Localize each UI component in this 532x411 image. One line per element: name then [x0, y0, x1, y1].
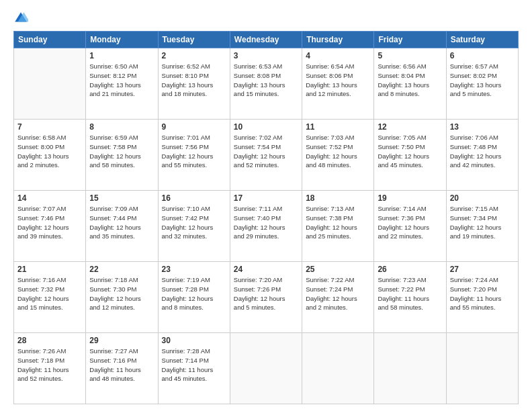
- calendar-cell: 23Sunrise: 7:19 AMSunset: 7:28 PMDayligh…: [158, 262, 230, 333]
- calendar-cell: 13Sunrise: 7:06 AMSunset: 7:48 PMDayligh…: [446, 120, 518, 191]
- calendar-cell: [374, 333, 446, 404]
- header: [13, 11, 519, 26]
- calendar-cell: 27Sunrise: 7:24 AMSunset: 7:20 PMDayligh…: [446, 262, 518, 333]
- calendar-cell: 24Sunrise: 7:20 AMSunset: 7:26 PMDayligh…: [230, 262, 302, 333]
- day-number: 22: [89, 265, 154, 274]
- day-info: Sunrise: 7:27 AMSunset: 7:16 PMDaylight:…: [89, 347, 154, 383]
- day-info: Sunrise: 7:06 AMSunset: 7:48 PMDaylight:…: [450, 133, 515, 170]
- calendar-day-header: Thursday: [302, 32, 374, 48]
- calendar-header-row: SundayMondayTuesdayWednesdayThursdayFrid…: [14, 32, 519, 48]
- day-info: Sunrise: 7:15 AMSunset: 7:34 PMDaylight:…: [450, 204, 515, 241]
- calendar-cell: 26Sunrise: 7:23 AMSunset: 7:22 PMDayligh…: [374, 262, 446, 333]
- day-number: 28: [17, 336, 82, 345]
- day-number: 25: [306, 265, 370, 274]
- calendar-cell: 30Sunrise: 7:28 AMSunset: 7:14 PMDayligh…: [158, 333, 230, 404]
- day-info: Sunrise: 7:03 AMSunset: 7:52 PMDaylight:…: [306, 133, 370, 170]
- day-info: Sunrise: 6:50 AMSunset: 8:12 PMDaylight:…: [89, 62, 154, 99]
- calendar-cell: 16Sunrise: 7:10 AMSunset: 7:42 PMDayligh…: [158, 191, 230, 262]
- day-info: Sunrise: 7:05 AMSunset: 7:50 PMDaylight:…: [378, 133, 442, 170]
- calendar-day-header: Sunday: [14, 32, 86, 48]
- logo: [13, 11, 31, 26]
- day-info: Sunrise: 7:26 AMSunset: 7:18 PMDaylight:…: [17, 347, 82, 383]
- day-info: Sunrise: 7:02 AMSunset: 7:54 PMDaylight:…: [234, 133, 298, 170]
- calendar-day-header: Friday: [374, 32, 446, 48]
- day-number: 15: [89, 193, 154, 203]
- calendar-cell: 15Sunrise: 7:09 AMSunset: 7:44 PMDayligh…: [86, 191, 158, 262]
- calendar-cell: 22Sunrise: 7:18 AMSunset: 7:30 PMDayligh…: [86, 262, 158, 333]
- day-number: 20: [450, 193, 515, 203]
- day-info: Sunrise: 6:59 AMSunset: 7:58 PMDaylight:…: [89, 133, 154, 170]
- day-number: 13: [450, 122, 515, 132]
- day-info: Sunrise: 7:14 AMSunset: 7:36 PMDaylight:…: [378, 204, 442, 241]
- day-info: Sunrise: 7:18 AMSunset: 7:30 PMDaylight:…: [89, 275, 154, 312]
- day-info: Sunrise: 7:09 AMSunset: 7:44 PMDaylight:…: [89, 204, 154, 241]
- calendar-week-row: 28Sunrise: 7:26 AMSunset: 7:18 PMDayligh…: [14, 333, 519, 404]
- calendar-cell: 29Sunrise: 7:27 AMSunset: 7:16 PMDayligh…: [86, 333, 158, 404]
- calendar-cell: [446, 333, 518, 404]
- day-number: 1: [89, 51, 154, 60]
- day-info: Sunrise: 6:57 AMSunset: 8:02 PMDaylight:…: [450, 62, 515, 99]
- day-number: 19: [378, 193, 442, 203]
- calendar-day-header: Wednesday: [230, 32, 302, 48]
- day-number: 9: [162, 122, 226, 132]
- day-info: Sunrise: 6:53 AMSunset: 8:08 PMDaylight:…: [234, 62, 298, 99]
- calendar-cell: [302, 333, 374, 404]
- calendar-cell: 20Sunrise: 7:15 AMSunset: 7:34 PMDayligh…: [446, 191, 518, 262]
- day-number: 18: [306, 193, 370, 203]
- day-number: 14: [17, 193, 82, 203]
- day-number: 16: [162, 193, 226, 203]
- calendar-cell: 14Sunrise: 7:07 AMSunset: 7:46 PMDayligh…: [14, 191, 86, 262]
- day-number: 27: [450, 265, 515, 274]
- calendar-day-header: Monday: [86, 32, 158, 48]
- day-info: Sunrise: 7:19 AMSunset: 7:28 PMDaylight:…: [162, 275, 226, 312]
- day-number: 4: [306, 51, 370, 60]
- day-info: Sunrise: 7:13 AMSunset: 7:38 PMDaylight:…: [306, 204, 370, 241]
- day-number: 5: [378, 51, 442, 60]
- calendar-cell: 3Sunrise: 6:53 AMSunset: 8:08 PMDaylight…: [230, 48, 302, 120]
- calendar-day-header: Saturday: [446, 32, 518, 48]
- day-info: Sunrise: 7:23 AMSunset: 7:22 PMDaylight:…: [378, 275, 442, 312]
- day-number: 11: [306, 122, 370, 132]
- day-info: Sunrise: 6:56 AMSunset: 8:04 PMDaylight:…: [378, 62, 442, 99]
- day-number: 12: [378, 122, 442, 132]
- calendar-cell: 8Sunrise: 6:59 AMSunset: 7:58 PMDaylight…: [86, 120, 158, 191]
- page: SundayMondayTuesdayWednesdayThursdayFrid…: [0, 0, 532, 411]
- day-info: Sunrise: 7:28 AMSunset: 7:14 PMDaylight:…: [162, 347, 226, 383]
- day-number: 23: [162, 265, 226, 274]
- calendar-cell: [14, 48, 86, 120]
- day-number: 29: [89, 336, 154, 345]
- day-number: 30: [162, 336, 226, 345]
- day-info: Sunrise: 7:20 AMSunset: 7:26 PMDaylight:…: [234, 275, 298, 312]
- calendar-cell: 19Sunrise: 7:14 AMSunset: 7:36 PMDayligh…: [374, 191, 446, 262]
- calendar-cell: 12Sunrise: 7:05 AMSunset: 7:50 PMDayligh…: [374, 120, 446, 191]
- calendar-cell: [230, 333, 302, 404]
- day-number: 6: [450, 51, 515, 60]
- day-info: Sunrise: 6:58 AMSunset: 8:00 PMDaylight:…: [17, 133, 82, 170]
- calendar-cell: 4Sunrise: 6:54 AMSunset: 8:06 PMDaylight…: [302, 48, 374, 120]
- calendar-week-row: 21Sunrise: 7:16 AMSunset: 7:32 PMDayligh…: [14, 262, 519, 333]
- day-info: Sunrise: 6:52 AMSunset: 8:10 PMDaylight:…: [162, 62, 226, 99]
- calendar-week-row: 1Sunrise: 6:50 AMSunset: 8:12 PMDaylight…: [14, 48, 519, 120]
- day-number: 8: [89, 122, 154, 132]
- calendar-cell: 1Sunrise: 6:50 AMSunset: 8:12 PMDaylight…: [86, 48, 158, 120]
- day-info: Sunrise: 7:22 AMSunset: 7:24 PMDaylight:…: [306, 275, 370, 312]
- calendar-cell: 17Sunrise: 7:11 AMSunset: 7:40 PMDayligh…: [230, 191, 302, 262]
- day-info: Sunrise: 7:16 AMSunset: 7:32 PMDaylight:…: [17, 275, 82, 312]
- day-info: Sunrise: 7:11 AMSunset: 7:40 PMDaylight:…: [234, 204, 298, 241]
- calendar-cell: 18Sunrise: 7:13 AMSunset: 7:38 PMDayligh…: [302, 191, 374, 262]
- day-info: Sunrise: 7:10 AMSunset: 7:42 PMDaylight:…: [162, 204, 226, 241]
- calendar-cell: 21Sunrise: 7:16 AMSunset: 7:32 PMDayligh…: [14, 262, 86, 333]
- calendar-table: SundayMondayTuesdayWednesdayThursdayFrid…: [13, 31, 519, 404]
- day-number: 10: [234, 122, 298, 132]
- calendar-week-row: 7Sunrise: 6:58 AMSunset: 8:00 PMDaylight…: [14, 120, 519, 191]
- calendar-cell: 28Sunrise: 7:26 AMSunset: 7:18 PMDayligh…: [14, 333, 86, 404]
- day-info: Sunrise: 6:54 AMSunset: 8:06 PMDaylight:…: [306, 62, 370, 99]
- day-number: 21: [17, 265, 82, 274]
- day-number: 3: [234, 51, 298, 60]
- day-number: 2: [162, 51, 226, 60]
- logo-icon: [13, 11, 28, 26]
- calendar-cell: 9Sunrise: 7:01 AMSunset: 7:56 PMDaylight…: [158, 120, 230, 191]
- calendar-day-header: Tuesday: [158, 32, 230, 48]
- day-info: Sunrise: 7:07 AMSunset: 7:46 PMDaylight:…: [17, 204, 82, 241]
- calendar-cell: 7Sunrise: 6:58 AMSunset: 8:00 PMDaylight…: [14, 120, 86, 191]
